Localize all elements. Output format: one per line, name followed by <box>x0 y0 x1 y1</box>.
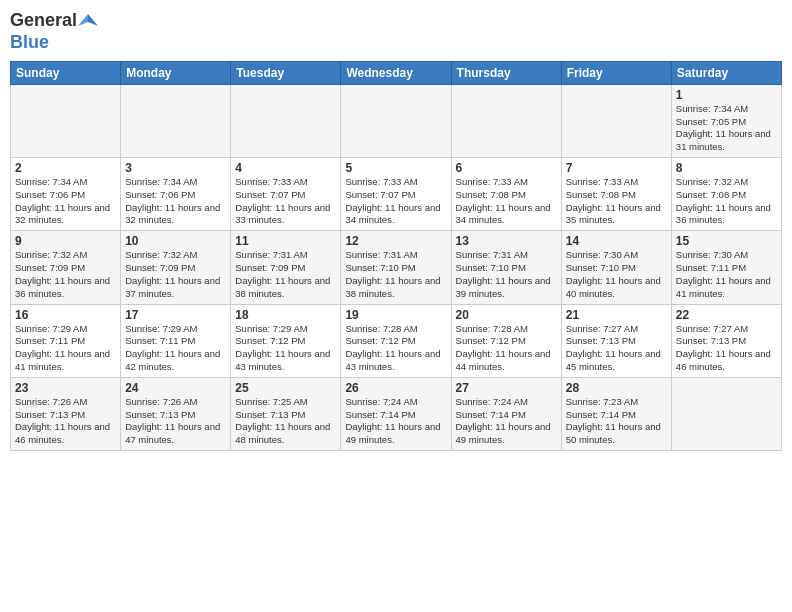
logo: General Blue <box>10 10 99 53</box>
day-info: Sunrise: 7:29 AM Sunset: 7:12 PM Dayligh… <box>235 323 336 374</box>
logo-bird-icon <box>78 12 98 32</box>
day-number: 20 <box>456 308 557 322</box>
day-number: 4 <box>235 161 336 175</box>
day-info: Sunrise: 7:34 AM Sunset: 7:05 PM Dayligh… <box>676 103 777 154</box>
day-info: Sunrise: 7:32 AM Sunset: 7:09 PM Dayligh… <box>15 249 116 300</box>
header: General Blue <box>10 10 782 53</box>
day-cell: 5Sunrise: 7:33 AM Sunset: 7:07 PM Daylig… <box>341 158 451 231</box>
week-row-3: 16Sunrise: 7:29 AM Sunset: 7:11 PM Dayli… <box>11 304 782 377</box>
day-info: Sunrise: 7:30 AM Sunset: 7:11 PM Dayligh… <box>676 249 777 300</box>
day-number: 27 <box>456 381 557 395</box>
weekday-header-wednesday: Wednesday <box>341 61 451 84</box>
day-info: Sunrise: 7:27 AM Sunset: 7:13 PM Dayligh… <box>566 323 667 374</box>
day-info: Sunrise: 7:33 AM Sunset: 7:07 PM Dayligh… <box>345 176 446 227</box>
day-cell: 20Sunrise: 7:28 AM Sunset: 7:12 PM Dayli… <box>451 304 561 377</box>
day-info: Sunrise: 7:34 AM Sunset: 7:06 PM Dayligh… <box>125 176 226 227</box>
day-number: 11 <box>235 234 336 248</box>
day-cell: 13Sunrise: 7:31 AM Sunset: 7:10 PM Dayli… <box>451 231 561 304</box>
day-cell: 28Sunrise: 7:23 AM Sunset: 7:14 PM Dayli… <box>561 377 671 450</box>
day-cell: 11Sunrise: 7:31 AM Sunset: 7:09 PM Dayli… <box>231 231 341 304</box>
svg-marker-1 <box>78 14 88 26</box>
day-number: 10 <box>125 234 226 248</box>
weekday-header-monday: Monday <box>121 61 231 84</box>
day-cell <box>11 84 121 157</box>
svg-marker-0 <box>88 14 98 26</box>
day-number: 22 <box>676 308 777 322</box>
day-info: Sunrise: 7:23 AM Sunset: 7:14 PM Dayligh… <box>566 396 667 447</box>
day-cell: 4Sunrise: 7:33 AM Sunset: 7:07 PM Daylig… <box>231 158 341 231</box>
day-cell: 17Sunrise: 7:29 AM Sunset: 7:11 PM Dayli… <box>121 304 231 377</box>
day-cell: 19Sunrise: 7:28 AM Sunset: 7:12 PM Dayli… <box>341 304 451 377</box>
day-info: Sunrise: 7:26 AM Sunset: 7:13 PM Dayligh… <box>15 396 116 447</box>
logo-general: General <box>10 10 77 30</box>
day-cell: 25Sunrise: 7:25 AM Sunset: 7:13 PM Dayli… <box>231 377 341 450</box>
day-number: 28 <box>566 381 667 395</box>
day-cell: 7Sunrise: 7:33 AM Sunset: 7:08 PM Daylig… <box>561 158 671 231</box>
day-number: 21 <box>566 308 667 322</box>
day-number: 1 <box>676 88 777 102</box>
day-info: Sunrise: 7:31 AM Sunset: 7:10 PM Dayligh… <box>456 249 557 300</box>
day-info: Sunrise: 7:24 AM Sunset: 7:14 PM Dayligh… <box>456 396 557 447</box>
day-number: 15 <box>676 234 777 248</box>
day-cell <box>561 84 671 157</box>
weekday-header-row: SundayMondayTuesdayWednesdayThursdayFrid… <box>11 61 782 84</box>
day-info: Sunrise: 7:33 AM Sunset: 7:08 PM Dayligh… <box>566 176 667 227</box>
day-number: 23 <box>15 381 116 395</box>
day-number: 19 <box>345 308 446 322</box>
day-number: 25 <box>235 381 336 395</box>
day-cell: 2Sunrise: 7:34 AM Sunset: 7:06 PM Daylig… <box>11 158 121 231</box>
day-cell: 8Sunrise: 7:32 AM Sunset: 7:08 PM Daylig… <box>671 158 781 231</box>
day-info: Sunrise: 7:33 AM Sunset: 7:08 PM Dayligh… <box>456 176 557 227</box>
weekday-header-sunday: Sunday <box>11 61 121 84</box>
day-cell <box>341 84 451 157</box>
day-info: Sunrise: 7:33 AM Sunset: 7:07 PM Dayligh… <box>235 176 336 227</box>
day-cell: 23Sunrise: 7:26 AM Sunset: 7:13 PM Dayli… <box>11 377 121 450</box>
day-info: Sunrise: 7:29 AM Sunset: 7:11 PM Dayligh… <box>15 323 116 374</box>
week-row-0: 1Sunrise: 7:34 AM Sunset: 7:05 PM Daylig… <box>11 84 782 157</box>
day-info: Sunrise: 7:25 AM Sunset: 7:13 PM Dayligh… <box>235 396 336 447</box>
day-info: Sunrise: 7:32 AM Sunset: 7:09 PM Dayligh… <box>125 249 226 300</box>
day-cell: 16Sunrise: 7:29 AM Sunset: 7:11 PM Dayli… <box>11 304 121 377</box>
day-cell <box>231 84 341 157</box>
logo-blue: Blue <box>10 32 49 52</box>
day-number: 8 <box>676 161 777 175</box>
day-cell: 22Sunrise: 7:27 AM Sunset: 7:13 PM Dayli… <box>671 304 781 377</box>
day-info: Sunrise: 7:31 AM Sunset: 7:09 PM Dayligh… <box>235 249 336 300</box>
day-cell: 21Sunrise: 7:27 AM Sunset: 7:13 PM Dayli… <box>561 304 671 377</box>
day-cell <box>121 84 231 157</box>
day-cell: 27Sunrise: 7:24 AM Sunset: 7:14 PM Dayli… <box>451 377 561 450</box>
day-info: Sunrise: 7:28 AM Sunset: 7:12 PM Dayligh… <box>456 323 557 374</box>
day-number: 2 <box>15 161 116 175</box>
day-number: 16 <box>15 308 116 322</box>
day-number: 7 <box>566 161 667 175</box>
week-row-2: 9Sunrise: 7:32 AM Sunset: 7:09 PM Daylig… <box>11 231 782 304</box>
day-number: 6 <box>456 161 557 175</box>
day-cell: 10Sunrise: 7:32 AM Sunset: 7:09 PM Dayli… <box>121 231 231 304</box>
day-cell: 6Sunrise: 7:33 AM Sunset: 7:08 PM Daylig… <box>451 158 561 231</box>
weekday-header-saturday: Saturday <box>671 61 781 84</box>
day-cell: 14Sunrise: 7:30 AM Sunset: 7:10 PM Dayli… <box>561 231 671 304</box>
day-cell: 18Sunrise: 7:29 AM Sunset: 7:12 PM Dayli… <box>231 304 341 377</box>
day-number: 24 <box>125 381 226 395</box>
week-row-1: 2Sunrise: 7:34 AM Sunset: 7:06 PM Daylig… <box>11 158 782 231</box>
day-cell: 9Sunrise: 7:32 AM Sunset: 7:09 PM Daylig… <box>11 231 121 304</box>
day-cell: 15Sunrise: 7:30 AM Sunset: 7:11 PM Dayli… <box>671 231 781 304</box>
weekday-header-thursday: Thursday <box>451 61 561 84</box>
day-info: Sunrise: 7:24 AM Sunset: 7:14 PM Dayligh… <box>345 396 446 447</box>
day-cell: 3Sunrise: 7:34 AM Sunset: 7:06 PM Daylig… <box>121 158 231 231</box>
day-number: 26 <box>345 381 446 395</box>
week-row-4: 23Sunrise: 7:26 AM Sunset: 7:13 PM Dayli… <box>11 377 782 450</box>
day-number: 12 <box>345 234 446 248</box>
day-number: 14 <box>566 234 667 248</box>
day-info: Sunrise: 7:29 AM Sunset: 7:11 PM Dayligh… <box>125 323 226 374</box>
day-cell: 1Sunrise: 7:34 AM Sunset: 7:05 PM Daylig… <box>671 84 781 157</box>
day-number: 3 <box>125 161 226 175</box>
weekday-header-tuesday: Tuesday <box>231 61 341 84</box>
day-info: Sunrise: 7:28 AM Sunset: 7:12 PM Dayligh… <box>345 323 446 374</box>
day-number: 18 <box>235 308 336 322</box>
day-number: 5 <box>345 161 446 175</box>
day-cell <box>451 84 561 157</box>
day-number: 9 <box>15 234 116 248</box>
day-number: 17 <box>125 308 226 322</box>
day-cell <box>671 377 781 450</box>
